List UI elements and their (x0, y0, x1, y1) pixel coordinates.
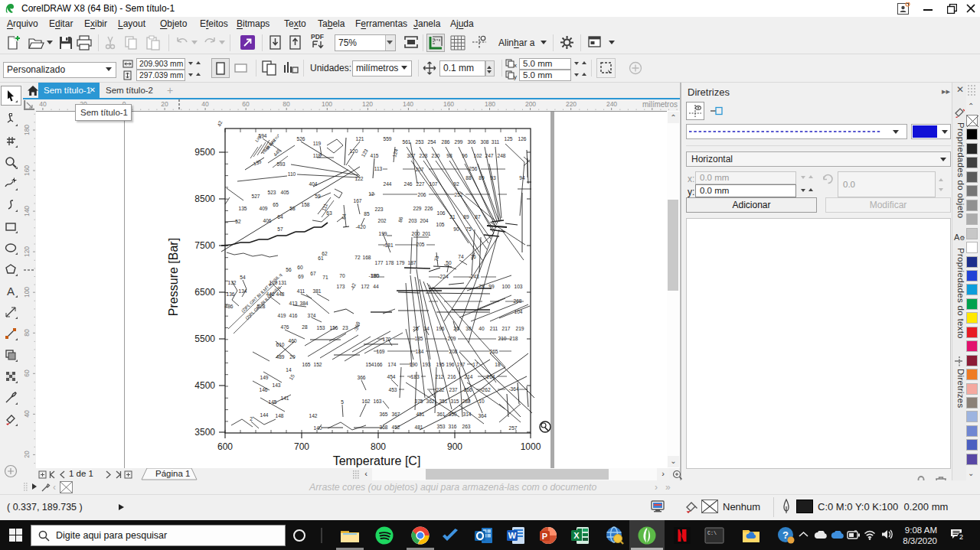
svg-text:14: 14 (286, 367, 292, 373)
svg-text:64: 64 (277, 214, 283, 220)
svg-text:207: 207 (415, 167, 423, 172)
svg-text:1000: 1000 (521, 441, 541, 452)
svg-text:163: 163 (373, 399, 381, 404)
svg-text:419: 419 (277, 313, 286, 318)
svg-text:56: 56 (286, 267, 292, 272)
svg-text:21: 21 (449, 214, 456, 220)
svg-text:20: 20 (23, 451, 31, 458)
svg-text:131: 131 (278, 280, 286, 285)
svg-text:486: 486 (224, 304, 233, 309)
svg-text:257: 257 (508, 425, 517, 431)
svg-text:75: 75 (466, 226, 472, 232)
svg-text:P: P (542, 532, 547, 541)
svg-text:160: 160 (443, 100, 454, 108)
svg-text:59: 59 (315, 194, 321, 199)
svg-text:135: 135 (238, 206, 247, 211)
svg-text:54: 54 (240, 275, 246, 280)
svg-text:123: 123 (360, 148, 369, 158)
svg-text:118: 118 (313, 153, 322, 158)
svg-text:308: 308 (480, 139, 488, 145)
svg-text:140: 140 (313, 425, 322, 431)
svg-text:314: 314 (462, 412, 471, 417)
svg-text:71: 71 (322, 275, 328, 280)
svg-text:-181: -181 (383, 242, 394, 248)
svg-text:203: 203 (408, 218, 416, 223)
svg-text:190: 190 (409, 362, 417, 367)
svg-text:381: 381 (312, 288, 321, 294)
svg-text:196: 196 (446, 362, 454, 367)
svg-text:900: 900 (447, 441, 462, 452)
svg-text:-42: -42 (349, 282, 357, 291)
svg-text:166: 166 (374, 362, 382, 367)
svg-text:87: 87 (475, 214, 481, 220)
svg-text:162: 162 (361, 399, 370, 404)
svg-text:180: 180 (485, 100, 495, 108)
svg-text:244: 244 (383, 181, 391, 187)
svg-text:216: 216 (447, 374, 456, 379)
svg-text:152: 152 (313, 362, 322, 367)
svg-text:170: 170 (382, 337, 390, 342)
svg-text:73: 73 (433, 255, 439, 262)
svg-text:193: 193 (422, 362, 430, 367)
svg-text:212: 212 (435, 374, 443, 379)
svg-text:266: 266 (463, 387, 472, 392)
svg-text:44: 44 (373, 284, 379, 289)
svg-text:20: 20 (289, 354, 296, 360)
svg-text:144: 144 (260, 412, 268, 418)
svg-text:288: 288 (462, 399, 470, 404)
svg-text:-262: -262 (480, 387, 491, 392)
svg-text:93: 93 (490, 175, 496, 181)
svg-text:196: 196 (436, 326, 444, 331)
svg-text:527: 527 (251, 194, 260, 199)
svg-text:9500: 9500 (194, 147, 215, 158)
svg-text:34: 34 (423, 326, 430, 331)
svg-text:42: 42 (216, 120, 223, 128)
svg-text:178: 178 (385, 260, 394, 265)
svg-text:316: 316 (448, 424, 456, 429)
svg-text:milímetros: milímetros (642, 100, 678, 109)
svg-text:197: 197 (456, 362, 465, 367)
svg-text:405: 405 (280, 190, 289, 195)
svg-text:223: 223 (374, 207, 383, 212)
svg-text:120: 120 (23, 246, 31, 257)
svg-text:119: 119 (313, 141, 322, 146)
svg-text:219: 219 (515, 326, 524, 331)
svg-text:230: 230 (431, 153, 439, 158)
svg-text:227: 227 (416, 181, 424, 187)
svg-text:74: 74 (458, 254, 464, 259)
svg-text:177: 177 (374, 260, 383, 265)
svg-text:110: 110 (288, 171, 296, 177)
svg-text:120: 120 (349, 148, 358, 154)
svg-text:169: 169 (376, 349, 384, 354)
svg-text:-420: -420 (355, 224, 366, 229)
svg-text:451: 451 (416, 412, 424, 417)
svg-text:368: 368 (379, 425, 387, 430)
svg-text:12: 12 (368, 191, 374, 197)
svg-text:200: 200 (525, 100, 536, 108)
svg-text:252: 252 (454, 192, 462, 197)
svg-text:240: 240 (606, 100, 617, 108)
svg-text:94: 94 (519, 175, 525, 181)
svg-text:158: 158 (301, 202, 309, 207)
svg-text:60: 60 (242, 100, 250, 108)
svg-text:411: 411 (297, 288, 305, 294)
svg-text:453: 453 (388, 387, 397, 392)
svg-text:3500: 3500 (194, 427, 215, 438)
svg-text:-243: -243 (469, 274, 479, 279)
svg-text:92: 92 (453, 181, 459, 187)
svg-text:800: 800 (371, 441, 386, 452)
svg-text:143: 143 (272, 382, 280, 388)
svg-text:184: 184 (415, 349, 423, 354)
svg-text:210: 210 (498, 336, 506, 341)
svg-text:153: 153 (316, 325, 325, 330)
svg-text:211: 211 (490, 326, 498, 331)
svg-text:217: 217 (501, 326, 510, 331)
svg-text:353: 353 (436, 424, 445, 429)
svg-text:103: 103 (514, 284, 522, 289)
svg-text:254: 254 (427, 139, 436, 145)
svg-text:134: 134 (238, 288, 247, 294)
svg-text:4500: 4500 (194, 380, 215, 391)
svg-text:142: 142 (309, 413, 317, 418)
svg-text:60: 60 (297, 265, 303, 270)
svg-text:10: 10 (479, 399, 485, 404)
